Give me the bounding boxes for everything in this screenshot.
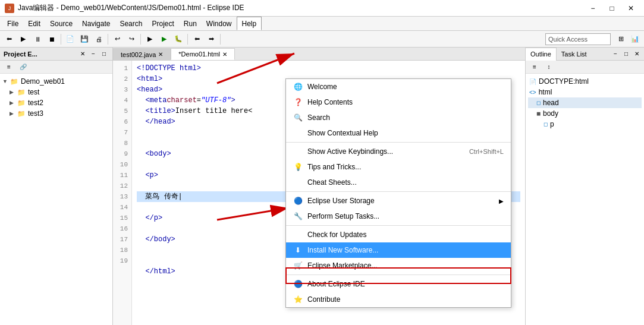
elem-icon-head: ◻ xyxy=(536,100,541,106)
panel-controls[interactable]: ✕ − □ xyxy=(78,49,109,59)
minimize-button[interactable]: − xyxy=(585,2,601,14)
quick-access-label: Quick Access xyxy=(548,36,588,43)
outline-label-body: body xyxy=(543,109,558,118)
tab-close-test002[interactable]: ✕ xyxy=(158,51,163,58)
contribute-icon: ⭐ xyxy=(293,295,303,304)
close-button[interactable]: ✕ xyxy=(623,2,639,14)
toolbar-btn-nav1[interactable]: ⬅ xyxy=(190,33,203,46)
expand-arrow: ▶ xyxy=(10,89,17,95)
toolbar-btn-9[interactable]: ↪ xyxy=(125,33,138,46)
menu-item-setup-tasks[interactable]: 🔧 Perform Setup Tasks... xyxy=(286,209,511,224)
tab-close-demo01[interactable]: ✕ xyxy=(222,51,227,58)
toolbar-btn-8[interactable]: ↩ xyxy=(111,33,124,46)
outline-minimize-icon[interactable]: − xyxy=(611,49,620,59)
toolbar-perspectives[interactable]: ⊞ xyxy=(614,33,627,46)
quick-access-box[interactable]: Quick Access xyxy=(545,33,611,45)
menu-item-marketplace[interactable]: 🛒 Eclipse Marketplace... xyxy=(286,258,511,273)
toolbar-btn-3[interactable]: ⏸ xyxy=(31,33,44,46)
outline-panel-controls[interactable]: − □ ✕ xyxy=(611,49,644,59)
toolbar-btn-debug[interactable]: 🐛 xyxy=(172,33,185,46)
toolbar-btn-5[interactable]: 📄 xyxy=(64,33,77,46)
tree-item-test2[interactable]: ▶ 📁 test2 xyxy=(0,97,112,108)
tree-item-test3[interactable]: ▶ 📁 test3 xyxy=(0,108,112,119)
menu-navigate[interactable]: Navigate xyxy=(77,17,115,30)
outline-collapse-button[interactable]: ≡ xyxy=(528,61,541,74)
toolbar-btn-2[interactable]: ▶ xyxy=(17,33,30,46)
toolbar-view1[interactable]: 📊 xyxy=(629,33,642,46)
menu-file[interactable]: File xyxy=(2,17,23,30)
maximize-button[interactable]: □ xyxy=(604,2,620,14)
link-editor-button[interactable]: 🔗 xyxy=(17,61,30,74)
outline-label-html: html xyxy=(539,88,552,96)
marketplace-icon: 🛒 xyxy=(293,261,303,270)
folder-icon: 📁 xyxy=(17,109,26,118)
toolbar-btn-1[interactable]: ⬅ xyxy=(2,33,15,46)
menu-help[interactable]: Help xyxy=(237,17,262,30)
menu-window[interactable]: Window xyxy=(202,17,237,30)
folder-icon: 📁 xyxy=(17,87,26,97)
collapse-all-button[interactable]: ≡ xyxy=(2,61,15,74)
outline-close-icon[interactable]: ✕ xyxy=(632,49,642,59)
menu-label-user-storage: Eclipse User Storage xyxy=(307,197,494,205)
menu-item-welcome[interactable]: 🌐 Welcome xyxy=(286,79,511,94)
window-title: Java编辑器 - Demo_web01/WebContent/JS/Demo0… xyxy=(18,3,244,13)
outline-panel: Outline Task List − □ ✕ ≡ ↕ 📄 DOCTYPE:ht… xyxy=(525,48,644,325)
menu-item-cheat-sheets[interactable]: Cheat Sheets... xyxy=(286,175,511,190)
outline-item-head[interactable]: ◻ head xyxy=(528,97,642,108)
outline-item-p[interactable]: ◻ p xyxy=(528,119,642,130)
menu-item-help-contents[interactable]: ❓ Help Contents xyxy=(286,94,511,110)
menu-item-keybindings[interactable]: Show Active Keybindings... Ctrl+Shift+L xyxy=(286,144,511,159)
outline-tabs-group: Outline Task List xyxy=(526,48,592,61)
menu-search[interactable]: Search xyxy=(115,17,147,30)
outline-sort-button[interactable]: ↕ xyxy=(542,61,555,74)
tree-label-demo-web01: Demo_web01 xyxy=(21,77,65,86)
toolbar-btn-7[interactable]: 🖨 xyxy=(92,33,105,46)
menu-source[interactable]: Source xyxy=(45,17,77,30)
menu-item-contextual-help[interactable]: Show Contextual Help xyxy=(286,125,511,141)
menu-item-install-software[interactable]: ⬇ Install New Software... xyxy=(286,242,511,258)
welcome-icon: 🌐 xyxy=(293,82,303,91)
minimize-panel-icon[interactable]: − xyxy=(89,49,98,59)
outline-item-body[interactable]: ◼ body xyxy=(528,108,642,119)
tab-task-list[interactable]: Task List xyxy=(557,48,592,61)
menu-label-contextual-help: Show Contextual Help xyxy=(307,129,504,137)
menu-run[interactable]: Run xyxy=(179,17,202,30)
tree-item-demo-web01[interactable]: ▼ 📁 Demo_web01 xyxy=(0,76,112,87)
menu-label-marketplace: Eclipse Marketplace... xyxy=(307,261,504,270)
menu-item-contribute[interactable]: ⭐ Contribute xyxy=(286,292,511,307)
tree-item-test[interactable]: ▶ 📁 test xyxy=(0,87,112,97)
tab-outline[interactable]: Outline xyxy=(526,48,557,61)
tab-label-test002: test002.java xyxy=(121,51,156,58)
menu-item-user-storage[interactable]: 🔵 Eclipse User Storage ▶ xyxy=(286,193,511,209)
menu-item-about[interactable]: 🔵 About Eclipse IDE xyxy=(286,276,511,292)
menu-item-check-updates[interactable]: Check for Updates xyxy=(286,227,511,242)
outline-label-p: p xyxy=(550,120,554,128)
toolbar-btn-6[interactable]: 💾 xyxy=(78,33,91,46)
toolbar-btn-4[interactable]: ⏹ xyxy=(45,33,58,46)
menu-item-search[interactable]: 🔍 Search xyxy=(286,110,511,125)
tab-test002-java[interactable]: test002.java ✕ xyxy=(113,48,171,60)
tab-demo01-html[interactable]: *Demo01.html ✕ xyxy=(171,48,235,60)
menu-edit[interactable]: Edit xyxy=(23,17,45,30)
expand-arrow: ▶ xyxy=(10,111,17,116)
maximize-panel-icon[interactable]: □ xyxy=(99,49,109,59)
close-panel-icon[interactable]: ✕ xyxy=(78,49,87,59)
outline-maximize-icon[interactable]: □ xyxy=(621,49,631,59)
outline-item-doctype[interactable]: 📄 DOCTYPE:html xyxy=(528,76,642,87)
folder-icon: 📁 xyxy=(10,77,19,86)
menu-item-tips[interactable]: 💡 Tips and Tricks... xyxy=(286,159,511,175)
project-explorer-title: Project E... xyxy=(4,51,37,58)
tips-icon: 💡 xyxy=(293,162,303,172)
toolbar-btn-nav2[interactable]: ➡ xyxy=(205,33,218,46)
menu-label-install-software: Install New Software... xyxy=(307,246,504,254)
outline-item-html[interactable]: <> html xyxy=(528,87,642,97)
tree-label-test2: test2 xyxy=(28,99,43,107)
title-bar-left: J Java编辑器 - Demo_web01/WebContent/JS/Dem… xyxy=(5,3,244,13)
toolbar-btn-10[interactable]: ▶ xyxy=(143,33,156,46)
menu-label-contribute: Contribute xyxy=(307,295,504,304)
toolbar-btn-run[interactable]: ▶ xyxy=(158,33,171,46)
menu-label-setup-tasks: Perform Setup Tasks... xyxy=(307,212,504,220)
menu-label-keybindings: Show Active Keybindings... xyxy=(307,147,464,156)
menu-project[interactable]: Project xyxy=(147,17,178,30)
window-controls[interactable]: − □ ✕ xyxy=(585,2,639,14)
